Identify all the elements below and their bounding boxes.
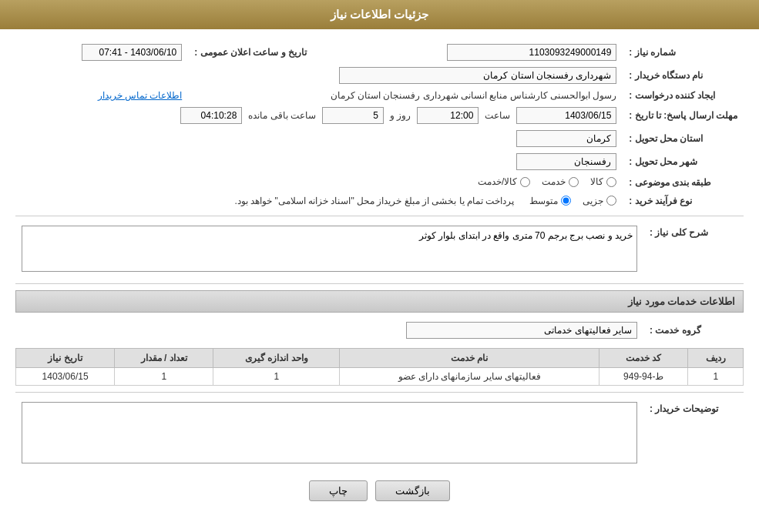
category-khadamat-option[interactable]: خدمت [542,176,579,187]
service-group-input [406,322,637,339]
services-table: ردیف کد خدمت نام خدمت واحد اندازه گیری ت… [15,348,744,386]
buyer-notes-textarea [22,402,637,463]
cell-name: فعالیتهای سایر سازمانهای دارای عضو [340,367,599,385]
creator-label: ایجاد کننده درخواست : [623,87,744,104]
col-name: نام خدمت [340,348,599,367]
category-kala-label: کالا [590,176,603,187]
process-jozi-option[interactable]: جزیی [583,196,616,206]
delivery-province-input [516,130,616,147]
category-kala-khadamat-option[interactable]: کالا/خدمت [478,176,530,187]
table-row: 1ط-94-949فعالیتهای سایر سازمانهای دارای … [16,367,744,385]
reply-days-input [322,107,384,124]
process-notice: پرداخت تمام یا بخشی از مبلغ خریداز محل "… [234,196,514,206]
col-unit: واحد اندازه گیری [213,348,340,367]
description-textarea [22,226,637,272]
cell-quantity: 1 [115,367,213,385]
reply-days-label: روز و [390,110,411,121]
reply-remaining-input [180,107,242,124]
category-khadamat-radio[interactable] [569,177,579,187]
reply-time-label: ساعت [485,110,510,121]
process-jozi-label: جزیی [583,196,603,206]
col-code: کد خدمت [599,348,688,367]
delivery-province-label: استان محل تحویل : [623,127,744,150]
cell-date: 1403/06/15 [16,367,115,385]
category-kala-radio[interactable] [606,177,616,187]
process-label: نوع فرآیند خرید : [623,192,744,209]
col-quantity: تعداد / مقدار [115,348,213,367]
col-row: ردیف [688,348,744,367]
cell-unit: 1 [213,367,340,385]
process-mottaset-option[interactable]: متوسط [529,196,571,206]
description-section-title: شرح کلی نیاز : [650,227,708,238]
announce-datetime-input [82,44,182,61]
process-jozi-radio[interactable] [606,196,616,206]
creator-value: رسول ابوالحسنی کارشناس منابع انسانی شهرد… [331,90,617,101]
reply-date-input [516,107,616,124]
category-khadamat-label: خدمت [542,176,566,187]
services-section-title: اطلاعات خدمات مورد نیاز [15,290,744,313]
print-button[interactable]: چاپ [309,480,368,501]
process-mottaset-label: متوسط [529,196,558,206]
cell-code: ط-94-949 [599,367,688,385]
announce-datetime-label: تاریخ و ساعت اعلان عمومی : [188,41,313,64]
button-row: بازگشت چاپ [15,480,744,513]
col-date: تاریخ نیاز [16,348,115,367]
service-group-label: گروه خدمت : [650,325,701,336]
reference-number-label: شماره نیاز : [623,41,744,64]
cell-row: 1 [688,367,744,385]
category-kala-option[interactable]: کالا [590,176,616,187]
buyer-notes-label: توضیحات خریدار : [650,403,718,414]
divider-2 [15,283,744,284]
category-kala-khadamat-radio[interactable] [520,177,530,187]
buyer-org-label: نام دستگاه خریدار : [623,64,744,87]
buyer-org-input [339,67,616,84]
reference-number-input [447,44,616,61]
divider-3 [15,392,744,393]
back-button[interactable]: بازگشت [375,480,450,501]
reply-remaining-label-pre: ساعت باقی مانده [248,110,316,121]
delivery-city-input [516,153,616,170]
page-header: جزئیات اطلاعات نیاز [0,0,759,29]
page-title: جزئیات اطلاعات نیاز [331,8,428,21]
process-mottaset-radio[interactable] [561,196,571,206]
category-kala-khadamat-label: کالا/خدمت [478,176,517,187]
delivery-city-label: شهر محل تحویل : [623,150,744,173]
divider-1 [15,216,744,216]
contact-link[interactable]: اطلاعات تماس خریدار [98,90,183,101]
reply-deadline-label: مهلت ارسال پاسخ: تا تاریخ : [623,104,744,127]
reply-time-input [417,107,479,124]
category-label: طبقه بندی موضوعی : [623,173,744,192]
